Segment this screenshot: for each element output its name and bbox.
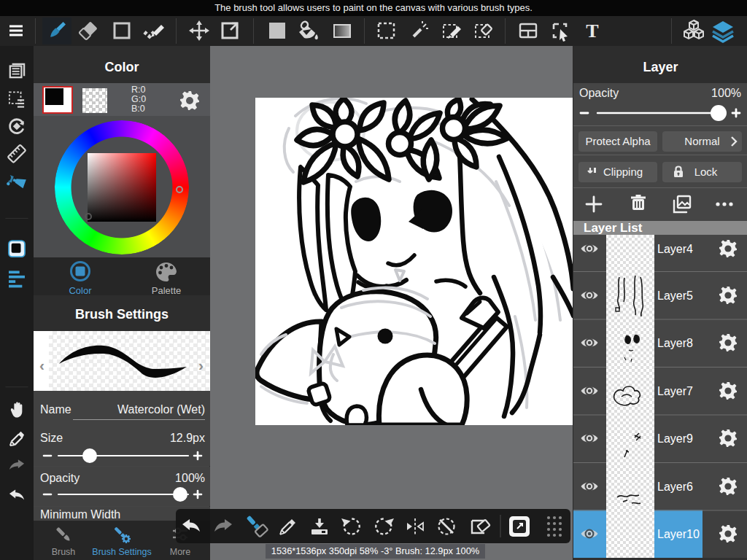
svg-text:Layer7: Layer7 (657, 385, 693, 397)
svg-text:Layer4: Layer4 (657, 243, 693, 255)
svg-text:›: › (198, 357, 204, 373)
svg-text:Layer8: Layer8 (657, 337, 693, 349)
svg-text:Layer10: Layer10 (657, 528, 700, 540)
svg-text:Layer9: Layer9 (657, 432, 693, 445)
svg-text:T: T (586, 20, 598, 42)
svg-text:‹: ‹ (39, 357, 44, 373)
svg-text:Layer5: Layer5 (657, 289, 693, 302)
svg-text:Layer6: Layer6 (657, 481, 693, 493)
